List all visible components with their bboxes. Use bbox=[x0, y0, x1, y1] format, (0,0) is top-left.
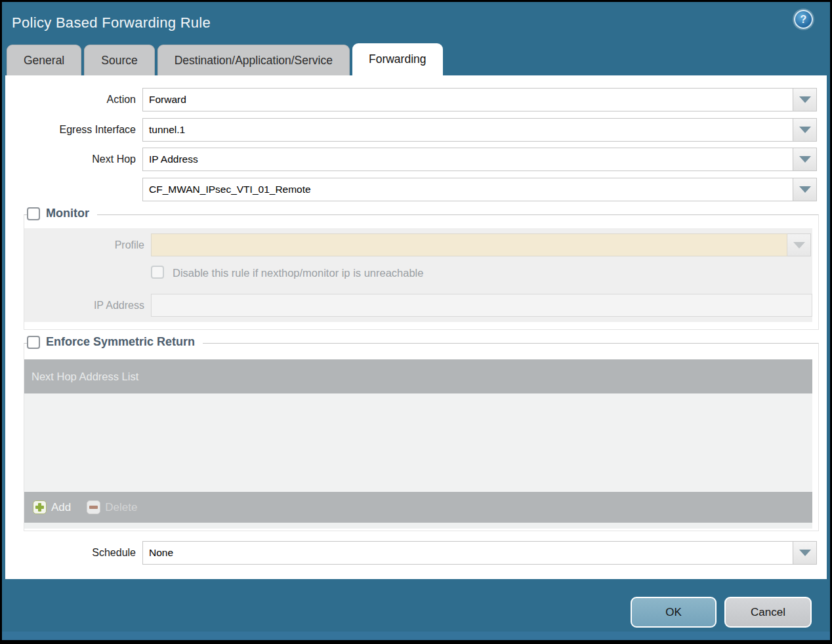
table-bottom-strip bbox=[24, 523, 812, 529]
symmetric-return-section: Enforce Symmetric Return Next Hop Addres… bbox=[24, 343, 819, 531]
egress-interface-dropdown-button[interactable] bbox=[793, 118, 817, 142]
schedule-row: Schedule None bbox=[5, 541, 817, 565]
monitor-section: Monitor Profile bbox=[24, 214, 819, 330]
help-button[interactable]: ? bbox=[794, 10, 813, 29]
monitor-ip-row: IP Address bbox=[24, 294, 812, 317]
profile-input bbox=[151, 233, 787, 256]
monitor-checkbox[interactable] bbox=[27, 207, 40, 220]
tab-source-label: Source bbox=[101, 54, 137, 68]
next-hop-address-dropdown-button[interactable] bbox=[793, 178, 817, 201]
tab-source[interactable]: Source bbox=[84, 45, 154, 75]
delete-button: Delete bbox=[87, 500, 137, 514]
chevron-down-icon bbox=[799, 186, 811, 193]
table-footer: Add Delete bbox=[24, 492, 812, 523]
help-icon: ? bbox=[801, 14, 807, 25]
delete-button-label: Delete bbox=[105, 501, 137, 514]
chevron-down-icon bbox=[799, 156, 811, 163]
schedule-dropdown-button[interactable] bbox=[793, 541, 817, 565]
next-hop-input[interactable]: IP Address bbox=[142, 148, 793, 171]
tab-forwarding-label: Forwarding bbox=[369, 52, 426, 66]
action-row: Action Forward bbox=[5, 88, 817, 111]
chevron-down-icon bbox=[793, 242, 805, 249]
monitor-legend: Monitor bbox=[27, 207, 97, 220]
next-hop-combo: IP Address bbox=[142, 148, 817, 171]
next-hop-address-combo: CF_MWAN_IPsec_VTI_01_Remote bbox=[142, 178, 817, 201]
profile-label: Profile bbox=[24, 233, 151, 256]
plus-icon bbox=[33, 500, 47, 514]
next-hop-row: Next Hop IP Address bbox=[5, 148, 817, 171]
disable-rule-checkbox bbox=[151, 266, 164, 279]
egress-interface-input[interactable]: tunnel.1 bbox=[142, 118, 793, 142]
egress-interface-label: Egress Interface bbox=[5, 118, 142, 142]
monitor-legend-label: Monitor bbox=[46, 207, 89, 220]
dialog-chrome: Policy Based Forwarding Rule ? General S… bbox=[2, 2, 830, 640]
next-hop-address-spacer bbox=[5, 178, 142, 201]
schedule-label: Schedule bbox=[5, 541, 142, 565]
tab-forwarding[interactable]: Forwarding bbox=[352, 43, 443, 75]
action-dropdown-button[interactable] bbox=[793, 88, 817, 111]
monitor-ip-input bbox=[151, 294, 812, 317]
forwarding-tab-panel: Action Forward Egress Interface tunnel.1 bbox=[5, 75, 827, 579]
monitor-disabled-area: Profile Disable this rule if nexthop/mon… bbox=[24, 228, 812, 322]
tab-destination-label: Destination/Application/Service bbox=[175, 54, 333, 68]
profile-dropdown-button bbox=[787, 233, 811, 256]
dialog-footer: OK Cancel bbox=[2, 579, 830, 632]
next-hop-address-list-table: Next Hop Address List Add bbox=[24, 359, 812, 529]
egress-interface-row: Egress Interface tunnel.1 bbox=[5, 118, 817, 142]
symmetric-return-checkbox[interactable] bbox=[27, 336, 40, 349]
symmetric-return-legend-label: Enforce Symmetric Return bbox=[46, 335, 195, 349]
dialog-title: Policy Based Forwarding Rule bbox=[12, 14, 211, 31]
monitor-ip-label: IP Address bbox=[24, 294, 151, 317]
next-hop-label: Next Hop bbox=[5, 148, 142, 171]
disable-rule-label: Disable this rule if nexthop/monitor ip … bbox=[173, 266, 423, 280]
chevron-down-icon bbox=[799, 127, 811, 133]
table-header: Next Hop Address List bbox=[24, 359, 812, 393]
next-hop-address-row: CF_MWAN_IPsec_VTI_01_Remote bbox=[5, 178, 817, 201]
profile-combo bbox=[151, 233, 811, 256]
disable-rule-row: Disable this rule if nexthop/monitor ip … bbox=[151, 266, 423, 280]
title-bar: Policy Based Forwarding Rule ? bbox=[2, 2, 830, 43]
tab-general[interactable]: General bbox=[7, 45, 81, 75]
chevron-down-icon bbox=[799, 550, 811, 556]
bottom-accent-strip bbox=[2, 632, 830, 640]
action-input[interactable]: Forward bbox=[142, 88, 793, 111]
egress-interface-combo: tunnel.1 bbox=[142, 118, 817, 142]
next-hop-dropdown-button[interactable] bbox=[793, 148, 817, 171]
cancel-button[interactable]: Cancel bbox=[724, 597, 812, 628]
schedule-input[interactable]: None bbox=[142, 541, 793, 565]
add-button-label: Add bbox=[51, 501, 71, 514]
tab-general-label: General bbox=[24, 54, 64, 68]
profile-row: Profile bbox=[24, 233, 811, 256]
tab-bar: General Source Destination/Application/S… bbox=[2, 43, 830, 75]
action-label: Action bbox=[5, 88, 142, 111]
dialog-frame: Policy Based Forwarding Rule ? General S… bbox=[0, 0, 832, 644]
chevron-down-icon bbox=[799, 96, 811, 103]
next-hop-address-input[interactable]: CF_MWAN_IPsec_VTI_01_Remote bbox=[142, 178, 793, 201]
minus-icon bbox=[87, 500, 100, 514]
tab-destination-application-service[interactable]: Destination/Application/Service bbox=[157, 45, 350, 75]
schedule-combo: None bbox=[142, 541, 817, 565]
table-header-label: Next Hop Address List bbox=[31, 371, 138, 383]
table-body-empty bbox=[24, 393, 812, 492]
action-combo: Forward bbox=[142, 88, 817, 111]
symmetric-return-legend: Enforce Symmetric Return bbox=[27, 335, 203, 349]
add-button[interactable]: Add bbox=[33, 500, 71, 514]
ok-button[interactable]: OK bbox=[631, 597, 717, 628]
